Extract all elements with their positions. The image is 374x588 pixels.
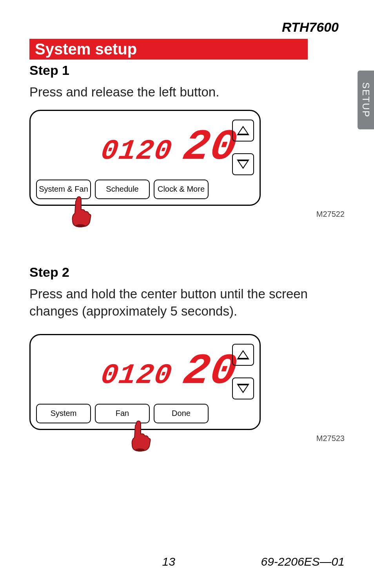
triangle-down-icon xyxy=(237,384,249,393)
lcd-display: 0120 20 xyxy=(101,347,237,396)
up-button[interactable] xyxy=(232,120,254,142)
system-button[interactable]: System xyxy=(36,404,91,423)
svg-point-0 xyxy=(76,224,85,227)
step1-instruction: Press and release the left button. xyxy=(29,83,345,101)
svg-point-1 xyxy=(135,448,145,452)
schedule-button[interactable]: Schedule xyxy=(95,180,150,199)
triangle-down-icon xyxy=(237,160,249,169)
step1-diagram: 0120 20 System & Fan Schedule Clock & Mo… xyxy=(29,110,345,229)
figure-label: M27522 xyxy=(113,210,345,219)
clock-more-button[interactable]: Clock & More xyxy=(154,180,209,199)
page: RTH7600 System setup SETUP Step 1 Press … xyxy=(0,0,374,588)
thermostat-device: 0120 20 System & Fan Schedule Clock & Mo… xyxy=(29,110,261,206)
arrow-column xyxy=(232,120,254,175)
display-code: 0120 xyxy=(99,135,174,167)
page-number: 13 xyxy=(76,555,261,568)
pointing-hand-icon xyxy=(69,196,92,227)
down-button[interactable] xyxy=(232,153,254,175)
lcd-display: 0120 20 xyxy=(101,123,237,172)
doc-id: 69-2206ES—01 xyxy=(261,555,345,568)
model-label: RTH7600 xyxy=(29,20,345,35)
up-button[interactable] xyxy=(232,344,254,366)
arrow-column xyxy=(232,344,254,399)
button-row: System Fan Done xyxy=(36,404,209,423)
done-button[interactable]: Done xyxy=(154,404,209,423)
thermostat-device: 0120 20 System Fan Done xyxy=(29,334,261,430)
footer: 13 69-2206ES—01 xyxy=(29,555,345,568)
button-row: System & Fan Schedule Clock & More xyxy=(36,180,209,199)
step1-label: Step 1 xyxy=(29,63,345,78)
down-button[interactable] xyxy=(232,377,254,399)
triangle-up-icon xyxy=(237,126,249,135)
triangle-up-icon xyxy=(237,350,249,359)
display-value: 20 xyxy=(180,123,241,172)
display-value: 20 xyxy=(180,347,241,396)
step2-label: Step 2 xyxy=(29,265,345,280)
pointing-hand-icon xyxy=(128,420,152,452)
side-tab: SETUP xyxy=(358,71,374,129)
section-title: System setup xyxy=(29,39,308,60)
display-code: 0120 xyxy=(99,359,174,392)
step2-diagram: 0120 20 System Fan Done M27523 xyxy=(29,334,345,454)
step2-instruction: Press and hold the center button until t… xyxy=(29,285,345,320)
